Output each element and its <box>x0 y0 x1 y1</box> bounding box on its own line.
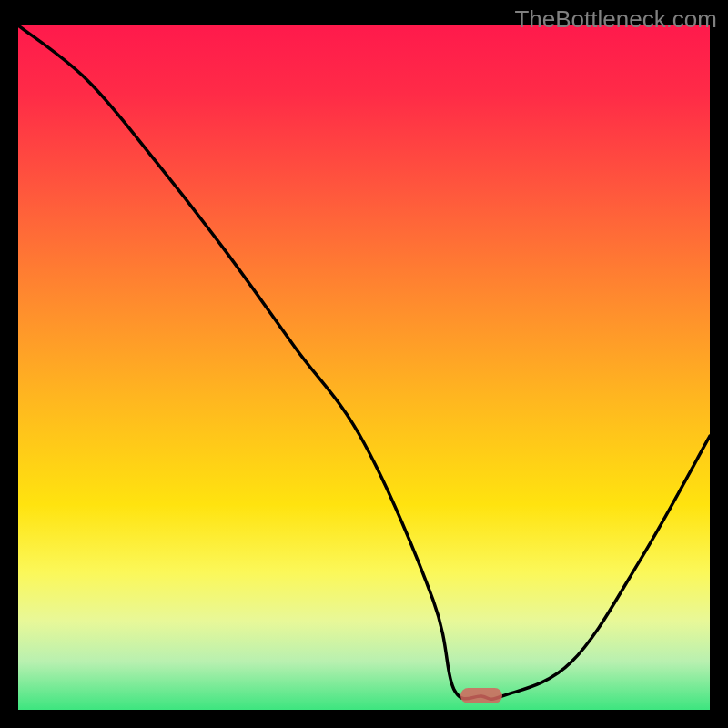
optimal-point-marker <box>460 688 502 703</box>
chart-plot-area <box>18 25 710 710</box>
bottleneck-curve <box>18 25 710 710</box>
watermark-text: TheBottleneck.com <box>514 5 717 34</box>
